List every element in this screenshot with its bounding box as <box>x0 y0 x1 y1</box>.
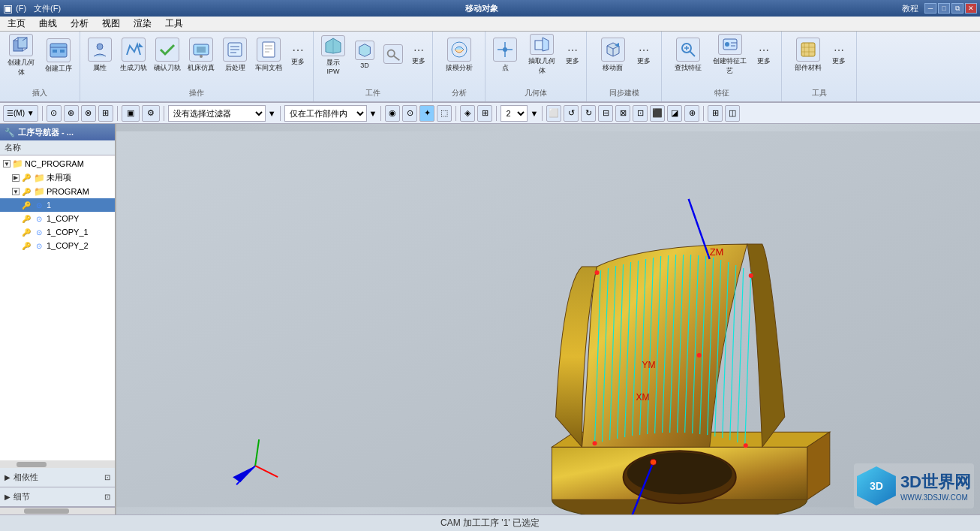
bottom-scrollbar-h[interactable] <box>0 507 115 514</box>
toolbar-btn-e[interactable]: ◈ <box>460 105 475 122</box>
minimize-button[interactable]: ─ <box>924 3 936 14</box>
svg-line-2 <box>14 38 18 41</box>
snap-button-4[interactable]: ⊞ <box>98 105 113 122</box>
part-material-button[interactable]: 部件材料 <box>789 33 827 77</box>
help-label[interactable]: 教程 <box>897 3 923 14</box>
postprocess-button[interactable]: 后处理 <box>218 33 251 77</box>
tree-expand-root[interactable]: ▼ <box>3 160 11 167</box>
attribute-icon <box>88 38 112 62</box>
toolbar-sep-5 <box>380 106 381 121</box>
geometry-more-button[interactable]: ⋯ 更多 <box>562 33 583 77</box>
close-button[interactable]: ✕ <box>965 3 977 14</box>
create-operation-button[interactable]: 创建工序 <box>41 33 77 78</box>
svg-point-26 <box>503 47 507 52</box>
toolbar-sep-6 <box>455 106 456 121</box>
show-ipw-button[interactable]: 显示IPW <box>317 33 350 77</box>
bottom-scrollbar-thumb[interactable] <box>24 508 69 514</box>
find-feature-button[interactable]: 查找特征 <box>669 33 707 77</box>
move-face-button[interactable]: 移动面 <box>594 33 632 77</box>
toolbar-btn-b[interactable]: ⊙ <box>402 105 417 122</box>
create-geometry-label: 创建几何体 <box>5 58 37 77</box>
draft-analysis-icon <box>447 38 471 62</box>
title-label: 移动对象 <box>465 3 498 14</box>
op-more-button[interactable]: ⋯ 更多 <box>286 33 310 77</box>
tree-op1[interactable]: 🔑 ⊙ 1 <box>0 198 115 212</box>
draft-analysis-button[interactable]: 拔模分析 <box>437 33 482 77</box>
svg-point-22 <box>388 50 395 56</box>
dep-label: 相依性 <box>14 472 38 483</box>
feature-more-button[interactable]: ⋯ 更多 <box>753 33 774 77</box>
workpiece-key-button[interactable] <box>380 33 407 77</box>
tree-root[interactable]: ▼ 📁 NC_PROGRAM <box>0 157 115 170</box>
tree-expand-program[interactable]: ▼ <box>12 188 20 195</box>
toolbar-sep-1 <box>42 106 43 121</box>
svg-marker-28 <box>543 38 549 51</box>
toolbar-btn-p[interactable]: ⊞ <box>708 105 723 122</box>
toolbar-btn-k[interactable]: ⊠ <box>615 105 630 122</box>
snap-button-1[interactable]: ⊙ <box>47 105 62 122</box>
extract-geometry-icon <box>530 34 554 55</box>
create-geometry-button[interactable]: 创建几何体 <box>3 33 39 78</box>
toolbar-btn-i[interactable]: ↻ <box>581 105 596 122</box>
tree-unused[interactable]: ▶ 🔑 📁 未用项 <box>0 170 115 185</box>
toolbar-btn-n[interactable]: ◪ <box>667 105 682 122</box>
filter-select[interactable]: 没有选择过滤器 <box>168 105 266 122</box>
viewport[interactable]: ZM YM XM <box>116 124 980 514</box>
filter-dropdown-icon: ▼ <box>268 109 276 118</box>
toolbar-btn-d[interactable]: ⬚ <box>437 105 452 122</box>
svg-text:XM: XM <box>636 392 650 403</box>
sync-more-button[interactable]: ⋯ 更多 <box>633 33 654 77</box>
workpiece-more-button[interactable]: ⋯ 更多 <box>408 33 429 77</box>
nav-tree[interactable]: ▼ 📁 NC_PROGRAM ▶ 🔑 📁 未用项 ▼ 🔑 📁 PROGRAM <box>0 155 115 460</box>
workshop-doc-button[interactable]: 车间文档 <box>252 33 285 77</box>
menu-file[interactable]: 文件(F) <box>29 3 65 14</box>
toolbar-btn-g[interactable]: ⬜ <box>546 105 561 122</box>
toolbar-btn-c[interactable]: ✦ <box>419 105 434 122</box>
menu-view[interactable]: 视图 <box>96 16 126 32</box>
menu-tools[interactable]: 工具 <box>159 16 189 32</box>
detail-section[interactable]: ▶ 细节 ⊡ <box>0 487 115 507</box>
toolbar-btn-h[interactable]: ↺ <box>564 105 579 122</box>
generate-toolpath-button[interactable]: 生成刀轨 <box>117 33 150 77</box>
tree-expand-unused[interactable]: ▶ <box>12 174 20 182</box>
verify-toolpath-button[interactable]: 确认刀轨 <box>151 33 184 77</box>
point-label: 点 <box>502 63 509 73</box>
toolbar-btn-a[interactable]: ◉ <box>385 105 400 122</box>
toolbar-btn-q[interactable]: ◫ <box>725 105 740 122</box>
tree-scrollbar-h[interactable] <box>0 460 115 468</box>
menu-render[interactable]: 渲染 <box>128 16 158 32</box>
menu-main[interactable]: 主页 <box>2 16 32 32</box>
toolbar-btn-o[interactable]: ⊕ <box>684 105 699 122</box>
snap-button-3[interactable]: ⊗ <box>81 105 96 122</box>
extract-geometry-button[interactable]: 抽取几何体 <box>523 33 561 77</box>
tree-program[interactable]: ▼ 🔑 📁 PROGRAM <box>0 185 115 198</box>
postprocess-label: 后处理 <box>225 63 245 73</box>
tool-more-button[interactable]: ⋯ 更多 <box>828 33 849 77</box>
machine-sim-button[interactable]: 机床仿真 <box>185 33 218 77</box>
3d-button[interactable]: 3D <box>351 33 378 77</box>
create-feature-op-button[interactable]: 创建特征工艺 <box>708 33 752 77</box>
workpiece-more-label: 更多 <box>412 56 425 66</box>
toolbar-btn-m[interactable]: ⬛ <box>650 105 665 122</box>
toolbar-btn-j[interactable]: ⊟ <box>598 105 613 122</box>
select-all-button[interactable]: ☰(M) ▼ <box>3 105 38 122</box>
snap-button-2[interactable]: ⊕ <box>64 105 79 122</box>
settings-button[interactable]: ⚙ <box>142 105 160 122</box>
maximize-button[interactable]: □ <box>938 3 950 14</box>
scope-select[interactable]: 仅在工作部件内 <box>284 105 367 122</box>
tree-op1copy1[interactable]: 🔑 ⊙ 1_COPY_1 <box>0 225 115 239</box>
number-select[interactable]: 2 <box>501 105 528 122</box>
tree-op1copy[interactable]: 🔑 ⊙ 1_COPY <box>0 212 115 225</box>
menu-curve[interactable]: 曲线 <box>33 16 63 32</box>
toolbar-btn-l[interactable]: ⊡ <box>633 105 648 122</box>
input-mode-button[interactable]: ▣ <box>122 105 140 122</box>
point-button[interactable]: 点 <box>488 33 522 77</box>
dependency-section[interactable]: ▶ 相依性 ⊡ <box>0 468 115 487</box>
tree-op1copy2[interactable]: 🔑 ⊙ 1_COPY_2 <box>0 239 115 252</box>
tree-scrollbar-thumb-h[interactable] <box>17 462 47 467</box>
toolbar-btn-f[interactable]: ⊞ <box>477 105 492 122</box>
restore-button[interactable]: ⧉ <box>951 3 963 14</box>
attribute-button[interactable]: 属性 <box>83 33 116 77</box>
nav-header-text: 工序导航器 - ... <box>18 127 74 138</box>
menu-analysis[interactable]: 分析 <box>65 16 95 32</box>
